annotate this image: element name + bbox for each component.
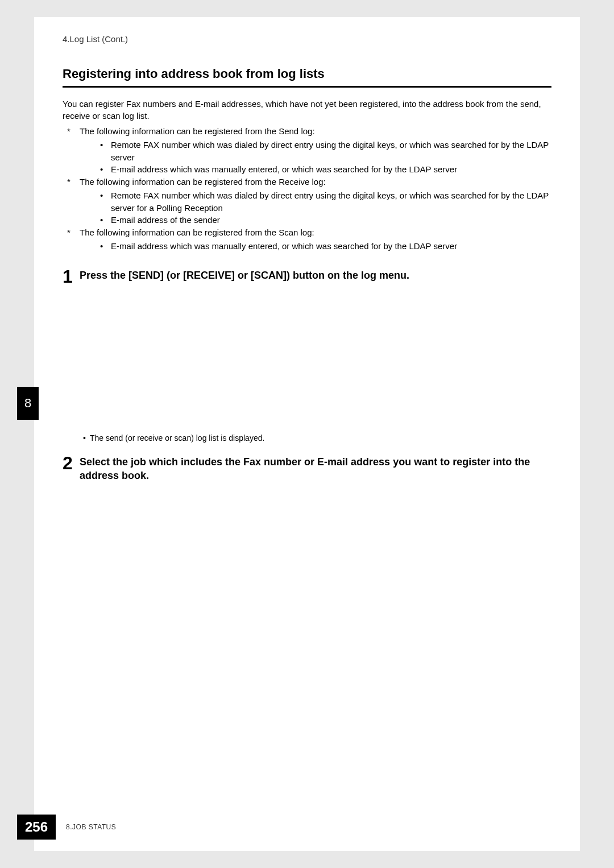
step-number: 1 <box>63 267 80 286</box>
step-2: 2 Select the job which includes the Fax … <box>63 454 551 483</box>
list-item: E-mail address of the sender <box>80 214 551 226</box>
info-group: The following information can be registe… <box>63 176 551 226</box>
step-instruction: Press the [SEND] (or [RECEIVE] or [SCAN]… <box>80 267 409 282</box>
group-label: The following information can be registe… <box>80 177 326 187</box>
bullet-list: E-mail address which was manually entere… <box>80 240 551 253</box>
page-number: 256 <box>17 815 56 840</box>
list-item: E-mail address which was manually entere… <box>80 240 551 253</box>
chapter-tab: 8 <box>17 387 39 420</box>
breadcrumb: 4.Log List (Cont.) <box>63 34 128 44</box>
bullet-list: Remote FAX number which was dialed by di… <box>80 139 551 176</box>
info-group-list: The following information can be registe… <box>63 125 551 253</box>
chapter-label: 8.JOB STATUS <box>66 823 116 831</box>
page-content: Registering into address book from log l… <box>34 44 580 482</box>
page-footer: 256 8.JOB STATUS <box>17 815 116 840</box>
list-item: E-mail address which was manually entere… <box>80 163 551 176</box>
list-item: Remote FAX number which was dialed by di… <box>80 189 551 214</box>
section-title: Registering into address book from log l… <box>63 67 551 81</box>
group-label: The following information can be registe… <box>80 228 314 237</box>
step-note: The send (or receive or scan) log list i… <box>83 433 551 443</box>
list-item: Remote FAX number which was dialed by di… <box>80 139 551 164</box>
info-group: The following information can be registe… <box>63 125 551 176</box>
info-group: The following information can be registe… <box>63 226 551 253</box>
step-instruction: Select the job which includes the Fax nu… <box>80 454 551 483</box>
intro-paragraph: You can register Fax numbers and E-mail … <box>63 98 551 122</box>
group-label: The following information can be registe… <box>80 126 315 136</box>
step-number: 2 <box>63 454 80 472</box>
section-divider <box>63 86 551 88</box>
bullet-list: Remote FAX number which was dialed by di… <box>80 189 551 226</box>
page-header: 4.Log List (Cont.) <box>34 17 580 44</box>
step-1: 1 Press the [SEND] (or [RECEIVE] or [SCA… <box>63 267 551 286</box>
document-page: 4.Log List (Cont.) Registering into addr… <box>34 17 580 851</box>
